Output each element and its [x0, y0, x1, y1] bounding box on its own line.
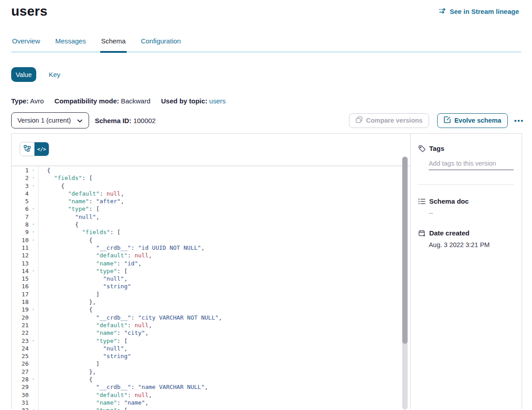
fold-gutter: [29, 399, 38, 406]
tags-section: Tags: [418, 145, 514, 185]
edit-icon: [444, 116, 451, 124]
value-key-toggle: Value Key: [11, 67, 532, 82]
line-number: 23: [12, 337, 29, 345]
line-number: 5: [12, 197, 29, 205]
code-text: "default": null,: [38, 321, 152, 329]
code-text: "name": "after",: [38, 197, 124, 205]
line-number: 25: [12, 352, 29, 360]
code-view-icon: </>: [37, 146, 46, 152]
code-line: 17 ]: [12, 290, 410, 298]
code-line: 9▾ "fields": [: [12, 228, 410, 236]
calendar-icon: [418, 230, 426, 237]
code-text: "default": null,: [38, 190, 124, 197]
fold-toggle-icon[interactable]: ▾: [29, 337, 38, 345]
key-toggle-button[interactable]: Key: [49, 71, 60, 78]
code-line: 7 "null",: [12, 213, 410, 221]
evolve-schema-button[interactable]: Evolve schema: [437, 113, 508, 128]
fold-toggle-icon[interactable]: ▾: [29, 205, 38, 213]
compatibility-mode: Compatibility mode: Backward: [55, 97, 150, 105]
tab-configuration[interactable]: Configuration: [140, 37, 182, 51]
code-line: 15 "null",: [12, 275, 410, 282]
line-number: 31: [12, 399, 29, 406]
fold-toggle-icon[interactable]: ▾: [29, 236, 38, 244]
line-number: 19: [12, 306, 29, 313]
chevron-down-icon: [77, 117, 82, 124]
code-text: "string": [38, 282, 131, 290]
stream-lineage-link[interactable]: See in Stream lineage: [439, 8, 519, 15]
tree-view-icon: [24, 145, 31, 153]
code-text: "string": [38, 352, 131, 360]
fold-toggle-icon[interactable]: ▾: [29, 406, 38, 410]
line-number: 17: [12, 290, 29, 298]
line-number: 13: [12, 260, 29, 267]
code-line: 26 ]: [12, 360, 410, 367]
fold-toggle-icon[interactable]: ▾: [29, 182, 38, 190]
code-line: 24 "null",: [12, 345, 410, 352]
code-text: "name": "id",: [38, 260, 141, 267]
code-line: 1▾{: [12, 167, 410, 174]
fold-toggle-icon[interactable]: ▾: [29, 376, 38, 383]
code-line: 12 "default": null,: [12, 252, 410, 259]
fold-toggle-icon[interactable]: ▾: [29, 167, 38, 174]
code-text: "name": "city",: [38, 329, 149, 337]
tab-schema[interactable]: Schema: [100, 37, 127, 53]
code-text: "fields": [: [38, 228, 120, 236]
editor-scrollbar-track[interactable]: [402, 157, 408, 410]
code-line: 18 },: [12, 298, 410, 306]
schema-code[interactable]: 1▾{2▾ "fields": [3▾ {4 "default": null,5…: [12, 165, 410, 410]
tab-overview[interactable]: Overview: [11, 37, 41, 51]
version-select[interactable]: Version 1 (current): [11, 112, 89, 128]
topic-link[interactable]: users: [209, 97, 226, 105]
fold-toggle-icon[interactable]: ▾: [29, 306, 38, 313]
compare-versions-icon: [356, 116, 362, 124]
code-text: {: [38, 236, 93, 244]
line-number: 11: [12, 244, 29, 252]
code-line: 22 "name": "city",: [12, 329, 410, 337]
code-text: },: [38, 368, 96, 376]
code-text: "name": "name",: [38, 399, 149, 406]
compare-versions-button[interactable]: Compare versions: [349, 113, 430, 128]
schema-doc-title: Schema doc: [429, 197, 468, 205]
code-text: "default": null,: [38, 391, 152, 399]
fold-gutter: [29, 197, 38, 205]
tags-title: Tags: [429, 145, 444, 152]
line-number: 12: [12, 252, 29, 259]
tab-messages[interactable]: Messages: [55, 37, 87, 51]
line-number: 27: [12, 368, 29, 376]
fold-toggle-icon[interactable]: ▾: [29, 174, 38, 182]
code-line: 20 "__crdb__": "city VARCHAR NOT NULL",: [12, 314, 410, 321]
tab-bar: Overview Messages Schema Configuration: [11, 37, 521, 53]
schema-id: Schema ID: 100002: [95, 117, 156, 124]
fold-toggle-icon[interactable]: ▾: [29, 228, 38, 236]
line-number: 28: [12, 376, 29, 383]
fold-gutter: [29, 298, 38, 306]
code-text: "type": [: [38, 406, 128, 410]
code-text: {: [38, 221, 78, 228]
stream-lineage-label: See in Stream lineage: [450, 8, 519, 15]
fold-toggle-icon[interactable]: ▾: [29, 221, 38, 228]
code-view-button[interactable]: </>: [34, 142, 49, 156]
fold-gutter: [29, 383, 38, 391]
code-line: 3▾ {: [12, 182, 410, 190]
code-text: "__crdb__": "name VARCHAR NULL",: [38, 383, 208, 391]
fold-gutter: [29, 275, 38, 282]
code-text: ]: [38, 360, 99, 367]
code-text: {: [38, 306, 93, 313]
code-text: "__crdb__": "id UUID NOT NULL",: [38, 244, 204, 252]
more-options-button[interactable]: •••: [514, 117, 524, 124]
page-title: users: [11, 4, 47, 19]
code-line: 14▾ "type": [: [12, 267, 410, 275]
code-line: 5 "name": "after",: [12, 197, 410, 205]
fold-gutter: [29, 360, 38, 367]
schema-meta: Type: Avro Compatibility mode: Backward …: [11, 97, 532, 105]
editor-scrollbar-thumb[interactable]: [402, 157, 408, 344]
add-tags-input[interactable]: [429, 158, 514, 170]
page-header: users See in Stream lineage: [11, 0, 532, 19]
value-toggle-button[interactable]: Value: [11, 67, 36, 82]
code-text: "type": [: [38, 337, 128, 345]
fold-gutter: [29, 213, 38, 221]
editor-view-toggle: </>: [20, 142, 49, 156]
fold-toggle-icon[interactable]: ▾: [29, 267, 38, 275]
version-toolbar: Version 1 (current) Schema ID: 100002 Co…: [11, 112, 524, 128]
tree-view-button[interactable]: [20, 142, 34, 156]
